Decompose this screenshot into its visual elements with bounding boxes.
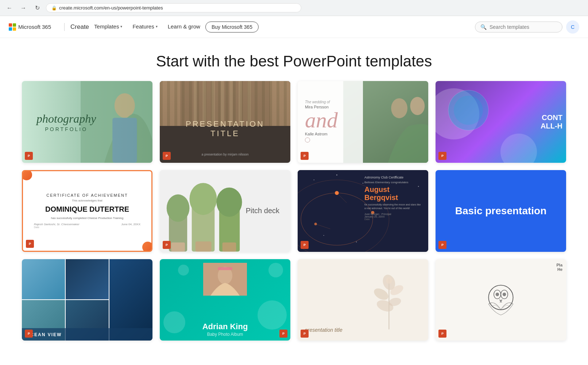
floral-text: presentation title <box>305 327 343 333</box>
ppt-badge-2: P <box>163 152 171 160</box>
template-card-astronomy[interactable]: Astronomy Club Certificate Bellows Eleme… <box>298 170 428 252</box>
svg-point-15 <box>454 96 483 125</box>
template-card-baby[interactable]: Adrian King Baby Photo Album P <box>160 259 290 341</box>
cert-labels: Date <box>30 226 144 228</box>
search-icon: 🔍 <box>480 24 487 30</box>
cert-signer: Rajesh Santoshi, Sr. Cheesemaker <box>34 223 80 226</box>
template-card-certificate[interactable]: CERTIFICATE OF ACHIEVEMENT This acknowle… <box>22 170 152 252</box>
astro-school: Bellows Elementary congratulates <box>364 181 423 184</box>
template-card-basic[interactable]: Basic presentation P <box>436 170 566 252</box>
basic-title: Basic presentation <box>455 205 547 216</box>
svg-point-53 <box>496 293 499 296</box>
templates-chevron-icon: ▾ <box>120 24 122 28</box>
template-card-pitch[interactable]: Pitch deck P <box>160 170 290 252</box>
search-input[interactable] <box>490 24 548 30</box>
svg-point-49 <box>386 277 392 283</box>
svg-point-32 <box>356 241 357 242</box>
baby-photo-frame <box>203 263 247 296</box>
wedding-the: The wedding of <box>305 100 338 104</box>
create-link[interactable]: Create <box>70 23 89 31</box>
forward-button[interactable]: → <box>18 3 28 13</box>
astronomy-cert-text: Astronomy Club Certificate Bellows Eleme… <box>364 176 423 221</box>
bubble-3 <box>258 300 287 330</box>
svg-point-26 <box>314 180 314 180</box>
address-bar[interactable]: 🔒 create.microsoft.com/en-us/powerpoint-… <box>46 3 301 12</box>
template-card-plain[interactable]: Pla He P <box>436 259 566 341</box>
nav-templates[interactable]: Templates ▾ <box>89 16 127 38</box>
cont-line1: CONT <box>541 114 562 122</box>
search-box[interactable]: 🔍 <box>475 22 562 32</box>
nav-features[interactable]: Features ▾ <box>127 16 162 38</box>
svg-rect-42 <box>218 267 232 270</box>
refresh-button[interactable]: ↻ <box>32 3 42 13</box>
ppt-badge-12: P <box>438 330 446 338</box>
ppt-badge-11: P <box>301 330 309 338</box>
nav-learn-grow[interactable]: Learn & grow <box>163 16 205 38</box>
floral-title: presentation title <box>305 327 343 333</box>
template-card-floral[interactable]: presentation title P <box>298 259 428 341</box>
ocean-text-bar: OCEAN VIEW <box>22 328 152 341</box>
nav-right: 🔍 C <box>475 20 579 34</box>
template-card-presentation[interactable]: PRESENTATION TITLE a presentation by mir… <box>160 81 290 163</box>
baby-name: Adrian King <box>202 322 248 331</box>
svg-point-31 <box>324 235 324 236</box>
cert-desc: has successfully completed Cheese Produc… <box>30 216 144 220</box>
template-grid: photography PORTFOLIO P <box>22 81 566 348</box>
ppt-badge-7: P <box>301 241 309 249</box>
profile-button[interactable]: C <box>566 20 579 34</box>
cont-line2: ALL-H <box>541 122 562 130</box>
ms-sq-blue <box>9 27 12 31</box>
svg-point-21 <box>216 188 242 217</box>
back-button[interactable]: ← <box>4 3 15 13</box>
bird-illustration <box>479 278 523 322</box>
template-card-colorful[interactable]: CONT ALL-H P <box>436 81 566 163</box>
astro-date-label: Date <box>364 218 423 220</box>
collage-cell-1 <box>22 259 65 300</box>
lock-icon: 🔒 <box>51 5 57 11</box>
ppt-badge-8: P <box>438 241 446 249</box>
astro-date: January 20, 20XX <box>364 215 423 218</box>
astro-principal: Juan Morgan · Principal <box>364 213 423 215</box>
portfolio-sub-title: PORTFOLIO <box>36 126 96 132</box>
svg-point-27 <box>336 174 337 176</box>
svg-marker-55 <box>499 301 502 303</box>
plain-title-line2: He <box>556 267 562 272</box>
page-content: Start with the best PowerPoint templates… <box>0 38 588 348</box>
ms365-brand[interactable]: Microsoft 365 <box>9 23 51 31</box>
wedding-and: and <box>305 109 338 131</box>
astro-desc: for successfully observing the moon and … <box>364 203 423 210</box>
ppt-badge-6: P <box>163 241 171 249</box>
colorful-content-text: CONT ALL-H <box>541 114 562 130</box>
template-card-wedding[interactable]: The wedding of Mira Persson and Kalle As… <box>298 81 428 163</box>
ppt-badge-3: P <box>301 152 309 160</box>
wedding-overlay-text: The wedding of Mira Persson and Kalle As… <box>305 100 338 144</box>
svg-point-28 <box>363 183 363 184</box>
cert-title: CERTIFICATE OF ACHIEVEMENT <box>30 193 144 197</box>
ms-sq-green <box>13 23 16 27</box>
ppt-badge-10: P <box>279 330 287 338</box>
svg-point-54 <box>503 293 506 296</box>
ppt-badge-1: P <box>25 152 33 160</box>
wedding-name2: Kalle Astrom <box>305 131 338 136</box>
collage-cell-2 <box>66 259 109 300</box>
ppt-badge-4: P <box>438 152 446 160</box>
bubble-1 <box>163 311 185 333</box>
cert-corner-br <box>142 242 152 252</box>
bubble-2 <box>268 263 283 277</box>
features-chevron-icon: ▾ <box>156 24 158 28</box>
cert-name: DOMINIQUE DUTERTRE <box>30 205 144 214</box>
template-card-ocean[interactable]: OCEAN VIEW P <box>22 259 152 341</box>
astro-name: August Bergqvist <box>364 185 423 201</box>
bubble-4 <box>178 265 189 276</box>
url-text: create.microsoft.com/en-us/powerpoint-te… <box>59 5 163 11</box>
page-title: Start with the best PowerPoint templates <box>22 38 566 81</box>
cert-date: June 04, 20XX <box>121 223 140 226</box>
template-card-photo-portfolio[interactable]: photography PORTFOLIO P <box>22 81 152 163</box>
colorful-circle2 <box>500 134 537 163</box>
wedding-ornament <box>305 137 310 142</box>
nav-templates-label: Templates <box>94 23 119 30</box>
nav-learn-grow-label: Learn & grow <box>168 23 200 30</box>
certificate-content: CERTIFICATE OF ACHIEVEMENT This acknowle… <box>30 193 144 228</box>
browser-chrome: ← → ↻ 🔒 create.microsoft.com/en-us/power… <box>0 0 588 16</box>
buy-microsoft-365-button[interactable]: Buy Microsoft 365 <box>205 22 259 32</box>
